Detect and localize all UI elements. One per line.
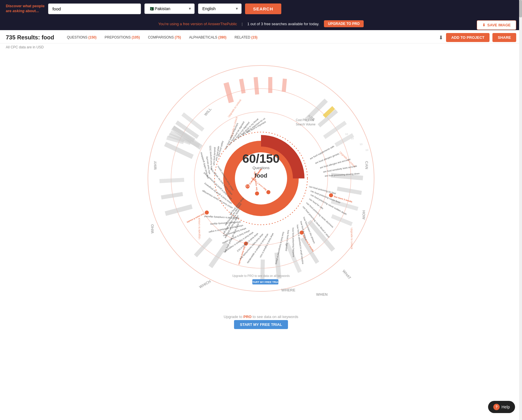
svg-text:See more 9 results: See more 9 results <box>186 213 205 224</box>
svg-point-4 <box>235 152 287 204</box>
wheel-svg: WILL ARE CAN HOW WHAT WHERE WHEN WHICH W… <box>142 60 380 297</box>
country-select-wrap: 🇵🇰 Pakistan 🇺🇸 United States 🇬🇧 United K… <box>144 3 195 14</box>
lang-select[interactable]: English Urdu Arabic <box>198 3 242 14</box>
scrollbar[interactable] <box>519 0 522 332</box>
visualization-area: WILL ARE CAN HOW WHAT WHERE WHEN WHICH W… <box>0 51 522 312</box>
bar-who-3 <box>160 178 184 183</box>
scale-10-1: 10 <box>345 133 348 136</box>
legend-cpc: Cost Per Click <box>296 118 314 122</box>
results-header: 735 Results: food QUESTIONS (150) PREPOS… <box>0 30 522 43</box>
sector-why-label: WHY <box>153 161 157 170</box>
search-input-wrap: food <box>48 3 141 14</box>
bar-who-2 <box>161 192 183 200</box>
bar-are-3 <box>253 77 259 95</box>
bar-are-5 <box>282 78 287 92</box>
upgrade-unlock-how: Upgrade to Unlock <box>350 228 353 249</box>
notice-bar: You're using a free version of AnswerThe… <box>0 17 522 30</box>
bar-which-2 <box>194 237 213 257</box>
tab-alphabeticals[interactable]: ALPHABETICALS (390) <box>185 34 231 42</box>
tab-comparisons[interactable]: COMPARISONS (75) <box>144 34 185 42</box>
results-title: 735 Results: food <box>6 34 54 41</box>
bar-are-1 <box>224 82 234 103</box>
scale-10-2: 10 <box>351 137 354 140</box>
country-select[interactable]: 🇵🇰 Pakistan 🇺🇸 United States 🇬🇧 United K… <box>144 3 195 14</box>
sector-can-label: CAN <box>365 161 369 169</box>
sector-where-label: WHERE <box>281 288 296 292</box>
scale-10-3: 10 <box>360 143 362 146</box>
tab-questions[interactable]: QUESTIONS (150) <box>63 34 101 42</box>
bar-are-2 <box>239 78 245 94</box>
upgrade-bar: Upgrade to PRO to see data on all keywor… <box>0 312 522 332</box>
scrollbar-thumb[interactable] <box>519 0 522 17</box>
viz-container: WILL ARE CAN HOW WHAT WHERE WHEN WHICH W… <box>142 60 380 297</box>
free-version-text: You're using a free version of AnswerThe… <box>158 22 237 26</box>
search-input[interactable]: food <box>48 3 141 14</box>
free-trial-button[interactable]: START MY FREE TRIAL <box>234 320 288 329</box>
add-to-project-button[interactable]: ADD TO PROJECT <box>446 33 490 42</box>
sector-what-label: WHAT <box>342 269 352 280</box>
save-icon: ⬇ <box>482 23 485 27</box>
legend-sv: Search Volume <box>296 123 316 126</box>
results-actions: ⬇ ADD TO PROJECT SHARE <box>439 33 516 42</box>
save-image-button[interactable]: ⬇ SAVE IMAGE <box>477 20 516 30</box>
tabs: QUESTIONS (150) PREPOSITIONS (105) COMPA… <box>63 34 262 42</box>
sector-who-label: WHO <box>150 224 155 233</box>
bar-how-2 <box>337 187 362 195</box>
cpc-note: All CPC data are in USD <box>0 43 522 51</box>
tab-related[interactable]: RELATED (15) <box>231 34 262 42</box>
bar-can-3 <box>323 121 347 139</box>
sector-how-label: HOW <box>362 210 366 220</box>
brand-text: Discover what people are asking about... <box>6 4 45 14</box>
upgrade-pro-bottom: Upgrade to PRO to see data on all keywor… <box>232 274 290 277</box>
search-button[interactable]: SEARCH <box>245 3 281 14</box>
tab-prepositions[interactable]: PREPOSITIONS (105) <box>101 34 144 42</box>
header: Discover what people are asking about...… <box>0 0 522 17</box>
sector-when-label: WHEN <box>316 292 328 297</box>
lang-select-wrap: English Urdu Arabic ▼ <box>198 3 242 14</box>
bar-how-4 <box>331 214 353 226</box>
searches-available-text: 1 out of 3 free searches available for t… <box>247 22 319 26</box>
bar-are-4 <box>268 77 272 93</box>
top-right-actions: ⬇ SAVE IMAGE <box>477 20 516 30</box>
upgrade-to-pro-button[interactable]: UPGRADE TO PRO <box>324 20 364 27</box>
share-button[interactable]: SHARE <box>492 33 516 42</box>
upgrade-unlock-who: Upgrade to Unlock <box>198 218 201 239</box>
how-q4: how food poisoning happens <box>292 228 295 257</box>
bar-which-1 <box>209 242 229 268</box>
sector-which-label: WHICH <box>198 279 212 289</box>
scale-10-4: 10 <box>365 149 368 151</box>
free-trial-bar-text: START MY FREE TRIAL <box>251 281 280 284</box>
download-button[interactable]: ⬇ <box>439 34 443 41</box>
